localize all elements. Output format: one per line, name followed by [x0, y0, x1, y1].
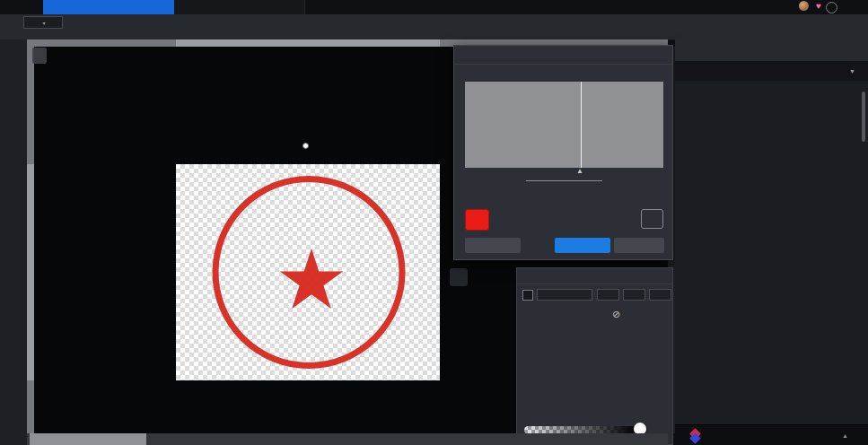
- stamp-star: [280, 249, 343, 309]
- title-bar: ♥: [0, 0, 868, 14]
- layers-icon: [689, 430, 702, 442]
- avatar: [799, 1, 809, 11]
- output-color-background-swatch[interactable]: [641, 209, 663, 229]
- red-input[interactable]: [597, 289, 619, 301]
- document-tab-custom[interactable]: [174, 0, 305, 14]
- green-input[interactable]: [623, 289, 645, 301]
- filter-header[interactable]: ▼: [675, 61, 868, 81]
- cancel-button[interactable]: [614, 238, 664, 253]
- advanced-binarization-dialog: ▲: [453, 45, 673, 260]
- reset-button[interactable]: [465, 238, 521, 253]
- stamp-image: [176, 164, 440, 380]
- swatch-grid-icon[interactable]: [659, 309, 671, 320]
- vertical-ruler: [27, 47, 34, 433]
- right-panel: ▼ ▲: [675, 39, 868, 445]
- threshold-value-input[interactable]: [526, 179, 602, 181]
- panel-scrollbar-thumb[interactable]: [862, 92, 865, 142]
- no-color-icon[interactable]: ⊘: [610, 309, 622, 320]
- main-toolbar: ▾: [0, 14, 868, 40]
- horizontal-scrollbar-thumb[interactable]: [30, 433, 146, 445]
- blue-input[interactable]: [649, 289, 671, 301]
- heart-icon: ♥: [816, 1, 821, 11]
- help-button[interactable]: [826, 2, 837, 13]
- selected-image-layer[interactable]: [176, 164, 440, 380]
- threshold-line: [581, 82, 582, 168]
- chevron-down-icon[interactable]: ▼: [849, 68, 855, 74]
- dialog-title: [454, 46, 672, 65]
- user-account[interactable]: ♥: [799, 1, 821, 11]
- chevron-down-icon[interactable]: ▾: [42, 20, 45, 26]
- ok-button[interactable]: [555, 238, 610, 253]
- panel-tabs: [675, 39, 868, 61]
- zoom-control-group: ▾: [5, 15, 81, 29]
- canvas-tool-indicator[interactable]: [450, 268, 468, 286]
- threshold-slider-handle[interactable]: ▲: [576, 167, 583, 175]
- collapse-arrow-icon[interactable]: ▲: [842, 432, 848, 439]
- object-list-bar[interactable]: ▲: [675, 424, 868, 445]
- eyedropper-icon[interactable]: [627, 309, 638, 320]
- app-window: ♥ ▾: [0, 0, 868, 445]
- current-color-swatch[interactable]: [522, 290, 533, 301]
- frame-navigation-bar: [32, 48, 47, 64]
- palette-icon[interactable]: [643, 309, 654, 320]
- tool-sidebar: [0, 39, 27, 445]
- hex-input[interactable]: [537, 289, 592, 301]
- status-bar: [27, 433, 668, 445]
- document-tab-file[interactable]: [43, 0, 174, 14]
- rotate-handle[interactable]: [302, 143, 309, 149]
- zoom-level-input[interactable]: ▾: [23, 16, 63, 29]
- color-picker-title: [517, 268, 672, 284]
- output-color-foreground-swatch[interactable]: [465, 209, 489, 231]
- color-picker-panel: ⊘: [516, 267, 673, 445]
- grayscale-histogram: [465, 82, 663, 168]
